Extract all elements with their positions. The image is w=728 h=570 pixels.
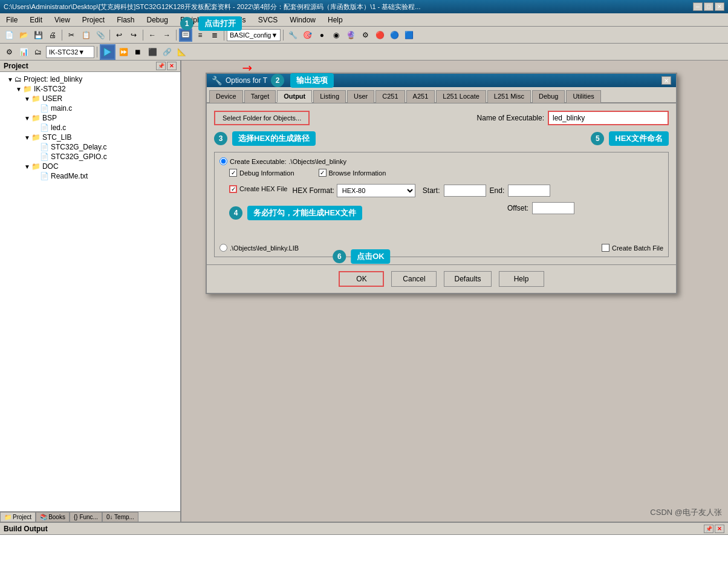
select-folder-btn[interactable]: Select Folder for Objects... xyxy=(214,111,310,125)
paste-btn[interactable]: 📎 xyxy=(94,28,107,42)
help-button[interactable]: Help xyxy=(499,271,544,287)
content-area: 🔧 Options for T 2 输出选项 ✕ Device Target O… xyxy=(181,61,728,522)
bottom-tab-temp[interactable]: 0↓ Temp... xyxy=(102,512,138,522)
tab-utilities[interactable]: Utilities xyxy=(566,90,600,103)
menu-help[interactable]: Help xyxy=(324,15,346,25)
save-btn[interactable]: 💾 xyxy=(31,28,45,42)
step5-badge: 5 xyxy=(591,132,604,145)
tree-main-c[interactable]: 📄 main.c xyxy=(2,103,178,113)
cancel-button[interactable]: Cancel xyxy=(391,271,437,287)
end-input[interactable] xyxy=(508,185,550,197)
undo-btn[interactable]: ↩ xyxy=(112,28,126,42)
tb2-icon5[interactable]: 🔗 xyxy=(160,45,174,59)
tab-target[interactable]: Target xyxy=(244,90,276,103)
build-highlight-btn[interactable] xyxy=(100,44,115,60)
tb2-icon2[interactable]: 📊 xyxy=(17,45,30,59)
tree-readme[interactable]: 📄 ReadMe.txt xyxy=(2,171,178,181)
options-dialog: 🔧 Options for T 2 输出选项 ✕ Device Target O… xyxy=(206,73,677,294)
build-output-panel: Build Output 📌 ✕ xyxy=(0,522,728,570)
tree-project[interactable]: ▼ 🗂 Project: led_blinky xyxy=(2,74,178,84)
basic-config-dropdown[interactable]: BASIC_config ▼ xyxy=(227,29,281,41)
tb-icon6[interactable]: ⚙ xyxy=(359,28,372,42)
tb-icon5[interactable]: 🔮 xyxy=(344,28,357,42)
bottom-tab-project[interactable]: 📁 Project xyxy=(0,512,36,522)
menu-svcs[interactable]: SVCS xyxy=(255,15,282,25)
tb-icon9[interactable]: 🟦 xyxy=(402,28,415,42)
tab-user[interactable]: User xyxy=(347,90,374,103)
debug-info-checkbox[interactable]: ✓ xyxy=(229,169,237,177)
ok-button[interactable]: OK xyxy=(339,271,384,287)
new-btn[interactable]: 📄 xyxy=(2,28,16,42)
tb-icon7[interactable]: 🔴 xyxy=(373,28,386,42)
bottom-tab-books[interactable]: 📚 Books xyxy=(36,512,70,522)
tree-led-c[interactable]: 📄 led.c xyxy=(2,123,178,133)
minimize-btn[interactable]: ─ xyxy=(693,2,703,11)
tab-device[interactable]: Device xyxy=(209,90,243,103)
build-output-close-btn[interactable]: ✕ xyxy=(715,525,724,533)
dialog-close-btn[interactable]: ✕ xyxy=(661,76,671,85)
tree-gpio-c[interactable]: 📄 STC32G_GPIO.c xyxy=(2,152,178,162)
sidebar-close-btn[interactable]: ✕ xyxy=(167,62,177,70)
step6-label: 点击OK xyxy=(351,249,391,264)
menu-view[interactable]: View xyxy=(51,15,74,25)
tb-icon4[interactable]: ◉ xyxy=(330,28,343,42)
tree-bsp[interactable]: ▼ 📁 BSP xyxy=(2,113,178,123)
tab-output[interactable]: Output xyxy=(277,90,312,103)
tb2-build-btn[interactable]: ⏩ xyxy=(117,45,130,59)
tb2-stop-btn[interactable]: ⏹ xyxy=(131,45,145,59)
lib-radio[interactable] xyxy=(219,244,227,252)
menu-debug[interactable]: Debug xyxy=(143,15,172,25)
nav-fwd-btn[interactable]: → xyxy=(160,28,174,42)
create-hex-checkbox[interactable]: ✓ xyxy=(229,185,237,193)
browse-info-checkbox[interactable]: ✓ xyxy=(319,169,327,177)
tree-delay-c[interactable]: 📄 STC32G_Delay.c xyxy=(2,142,178,152)
hex-format-select[interactable]: HEX-80 HEX-386 xyxy=(337,184,415,197)
menu-flash[interactable]: Flash xyxy=(113,15,138,25)
offset-input[interactable] xyxy=(532,202,574,214)
executable-name-input[interactable] xyxy=(548,111,669,125)
redo-btn[interactable]: ↪ xyxy=(127,28,140,42)
tb2-icon4[interactable]: ⬛ xyxy=(146,45,159,59)
close-btn[interactable]: ✕ xyxy=(715,2,724,11)
step6-badge: 6 xyxy=(333,250,346,263)
tab-l251-misc[interactable]: L251 Misc xyxy=(487,90,531,103)
tab-a251[interactable]: A251 xyxy=(406,90,435,103)
sidebar-pin-btn[interactable]: 📌 xyxy=(156,62,166,70)
target-dropdown[interactable]: IK-STC32 ▼ xyxy=(46,46,94,58)
maximize-btn[interactable]: □ xyxy=(704,2,713,11)
tb2-icon6[interactable]: 📐 xyxy=(175,45,188,59)
create-batch-checkbox[interactable] xyxy=(602,244,609,252)
cut-btn[interactable]: ✂ xyxy=(65,28,78,42)
menu-file[interactable]: File xyxy=(2,15,21,25)
tab-debug[interactable]: Debug xyxy=(532,90,565,103)
nav-back-btn[interactable]: ← xyxy=(146,28,159,42)
start-input[interactable] xyxy=(444,185,486,197)
tab-c251[interactable]: C251 xyxy=(375,90,405,103)
open-btn[interactable]: 📂 xyxy=(17,28,30,42)
tree-doc[interactable]: ▼ 📁 DOC xyxy=(2,162,178,171)
create-executable-radio[interactable] xyxy=(219,157,227,165)
menu-edit[interactable]: Edit xyxy=(26,15,46,25)
debug-info-row: ✓ Debug Information xyxy=(229,169,294,177)
tb-icon3[interactable]: ● xyxy=(315,28,328,42)
print-btn[interactable]: 🖨 xyxy=(46,28,59,42)
menu-window[interactable]: Window xyxy=(286,15,319,25)
svg-marker-3 xyxy=(104,48,111,56)
build-output-pin-btn[interactable]: 📌 xyxy=(704,525,713,533)
browse-info-label: Browse Information xyxy=(329,169,386,177)
tb-icon2[interactable]: 🎯 xyxy=(301,28,314,42)
tb2-icon3[interactable]: 🗂 xyxy=(31,45,45,59)
defaults-button[interactable]: Defaults xyxy=(444,271,491,287)
tree-iksct32[interactable]: ▼ 📁 IK-STC32 xyxy=(2,84,178,94)
tree-stc-lib[interactable]: ▼ 📁 STC_LIB xyxy=(2,133,178,142)
start-label: Start: xyxy=(423,186,440,195)
menu-project[interactable]: Project xyxy=(79,15,108,25)
copy-btn[interactable]: 📋 xyxy=(79,28,93,42)
bottom-tab-func[interactable]: {} Func... xyxy=(70,512,102,522)
tree-user[interactable]: ▼ 📁 USER xyxy=(2,94,178,103)
tb-icon1[interactable]: 🔧 xyxy=(286,28,299,42)
tb2-icon1[interactable]: ⚙ xyxy=(2,45,16,59)
tb-icon8[interactable]: 🔵 xyxy=(388,28,401,42)
tab-l251-locate[interactable]: L251 Locate xyxy=(436,90,486,103)
tab-listing[interactable]: Listing xyxy=(313,90,346,103)
